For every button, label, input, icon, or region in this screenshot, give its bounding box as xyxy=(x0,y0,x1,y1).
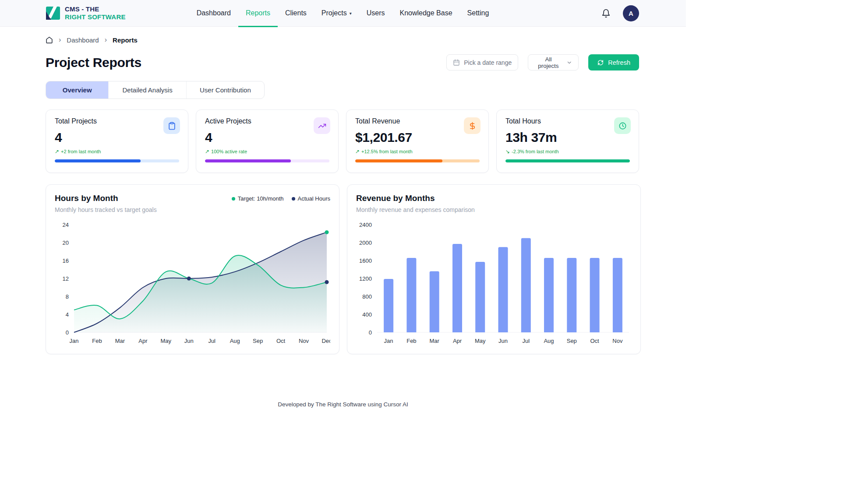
nav-item-knowledge-base[interactable]: Knowledge Base xyxy=(392,0,459,27)
project-filter-value: All projects xyxy=(534,56,562,69)
svg-text:16: 16 xyxy=(63,257,69,264)
site-header: CMS - THE RIGHT SOFTWARE DashboardReport… xyxy=(0,0,686,27)
stat-delta: ↗100% active rate xyxy=(205,149,329,154)
date-range-button[interactable]: Pick a date range xyxy=(446,54,518,70)
stat-title: Total Revenue xyxy=(355,117,480,125)
breadcrumb-item-reports[interactable]: Reports xyxy=(113,36,138,44)
trend-up-icon: ↗ xyxy=(355,149,360,154)
chart-subtitle: Monthly hours tracked vs target goals xyxy=(55,206,157,213)
svg-text:Jul: Jul xyxy=(522,338,530,344)
svg-text:20: 20 xyxy=(63,240,69,246)
stat-card-total-revenue: Total Revenue$1,201.67↗+12.5% from last … xyxy=(346,109,489,173)
svg-text:Apr: Apr xyxy=(138,338,148,344)
svg-text:Feb: Feb xyxy=(406,338,416,344)
breadcrumb-item-dashboard[interactable]: Dashboard xyxy=(67,36,99,44)
nav-item-label: Reports xyxy=(246,9,270,17)
nav-item-label: Setting xyxy=(467,9,489,17)
svg-text:May: May xyxy=(475,338,486,344)
stat-value: $1,201.67 xyxy=(355,130,480,145)
tab-overview[interactable]: Overview xyxy=(46,81,108,99)
svg-text:Jun: Jun xyxy=(498,338,508,344)
svg-text:Aug: Aug xyxy=(230,338,240,344)
bar-jan xyxy=(384,279,393,332)
nav-item-setting[interactable]: Setting xyxy=(460,0,497,27)
trend-down-icon: ↘ xyxy=(505,149,510,154)
nav-item-projects[interactable]: Projects▾ xyxy=(314,0,359,27)
stat-delta: ↗+2 from last month xyxy=(55,149,179,154)
tab-detailed-analysis[interactable]: Detailed Analysis xyxy=(108,81,186,99)
refresh-icon xyxy=(597,59,604,66)
svg-text:Mar: Mar xyxy=(115,338,125,344)
svg-text:12: 12 xyxy=(63,275,69,282)
svg-text:May: May xyxy=(161,338,172,344)
footer-text: Developed by The Right Software using Cu… xyxy=(278,401,408,408)
tabs: OverviewDetailed AnalysisUser Contributi… xyxy=(46,81,265,99)
nav-item-users[interactable]: Users xyxy=(359,0,392,27)
progress-fill xyxy=(355,159,442,162)
svg-text:1200: 1200 xyxy=(359,275,372,282)
notification-bell-button[interactable] xyxy=(601,9,611,18)
progress-fill xyxy=(505,159,630,162)
stat-card-total-hours: Total Hours13h 37m↘-2.3% from last month xyxy=(496,109,639,173)
chart-titles: Hours by Month Monthly hours tracked vs … xyxy=(55,194,157,213)
stat-card-active-projects: Active Projects4↗100% active rate xyxy=(196,109,339,173)
stat-card-total-projects: Total Projects4↗+2 from last month xyxy=(46,109,188,173)
progress-track xyxy=(505,159,630,162)
chart-title: Revenue by Months xyxy=(356,194,475,203)
nav-item-label: Clients xyxy=(285,9,307,17)
breadcrumb-separator: › xyxy=(105,36,107,44)
project-filter-select[interactable]: All projects xyxy=(528,54,579,70)
page-title: Project Reports xyxy=(46,55,141,70)
svg-text:Sep: Sep xyxy=(253,338,263,344)
progress-track xyxy=(355,159,480,162)
legend-dot xyxy=(292,197,295,201)
nav-item-label: Knowledge Base xyxy=(399,9,452,17)
logo[interactable]: CMS - THE RIGHT SOFTWARE xyxy=(46,5,126,21)
nav-item-label: Projects xyxy=(322,9,347,17)
nav-item-reports[interactable]: Reports xyxy=(238,0,278,27)
breadcrumb: ›Dashboard›Reports xyxy=(46,36,686,44)
breadcrumb-separator: › xyxy=(59,36,61,44)
svg-text:Aug: Aug xyxy=(544,338,554,344)
bar-nov xyxy=(613,258,622,332)
legend-label: Actual Hours xyxy=(298,195,330,202)
user-avatar[interactable]: A xyxy=(623,5,639,21)
bar-jul xyxy=(521,238,531,332)
chart-titles: Revenue by Months Monthly revenue and ex… xyxy=(356,194,475,213)
legend-item-target-10h-month: Target: 10h/month xyxy=(232,195,284,202)
logo-line1: CMS - THE xyxy=(65,5,126,13)
revenue-by-months-chart: 04008001200160020002400JanFebMarAprMayJu… xyxy=(356,219,632,347)
svg-text:Apr: Apr xyxy=(453,338,462,344)
footer: Developed by The Right Software using Cu… xyxy=(0,401,686,408)
bar-sep xyxy=(567,258,576,332)
tab-user-contribution[interactable]: User Contribution xyxy=(186,81,264,99)
nav-item-dashboard[interactable]: Dashboard xyxy=(189,0,238,27)
stat-delta: ↗+12.5% from last month xyxy=(355,149,480,154)
stat-delta-text: +2 from last month xyxy=(61,149,101,154)
hours-by-month-card: Hours by Month Monthly hours tracked vs … xyxy=(46,184,339,354)
svg-text:1600: 1600 xyxy=(359,257,372,264)
chevron-down-icon xyxy=(566,60,572,66)
svg-text:0: 0 xyxy=(369,329,372,336)
home-icon[interactable] xyxy=(46,36,53,44)
nav-item-clients[interactable]: Clients xyxy=(278,0,314,27)
svg-text:Oct: Oct xyxy=(590,338,599,344)
svg-text:8: 8 xyxy=(66,293,69,300)
svg-text:Nov: Nov xyxy=(299,338,309,344)
bar-feb xyxy=(406,258,416,332)
nav-item-label: Users xyxy=(367,9,385,17)
svg-text:800: 800 xyxy=(362,293,372,300)
refresh-button[interactable]: Refresh xyxy=(588,54,639,70)
dollar-icon xyxy=(464,117,481,134)
stat-value: 4 xyxy=(55,130,179,145)
progress-fill xyxy=(55,159,141,162)
svg-text:Jan: Jan xyxy=(70,338,79,344)
date-range-label: Pick a date range xyxy=(464,59,512,66)
logo-line2: RIGHT SOFTWARE xyxy=(65,13,126,21)
trend-up-icon: ↗ xyxy=(55,149,59,154)
bell-icon xyxy=(601,9,611,18)
bar-apr xyxy=(452,244,462,332)
svg-text:Nov: Nov xyxy=(612,338,623,344)
charts-grid: Hours by Month Monthly hours tracked vs … xyxy=(46,184,639,354)
hours-chart-legend: Target: 10h/monthActual Hours xyxy=(232,194,330,202)
